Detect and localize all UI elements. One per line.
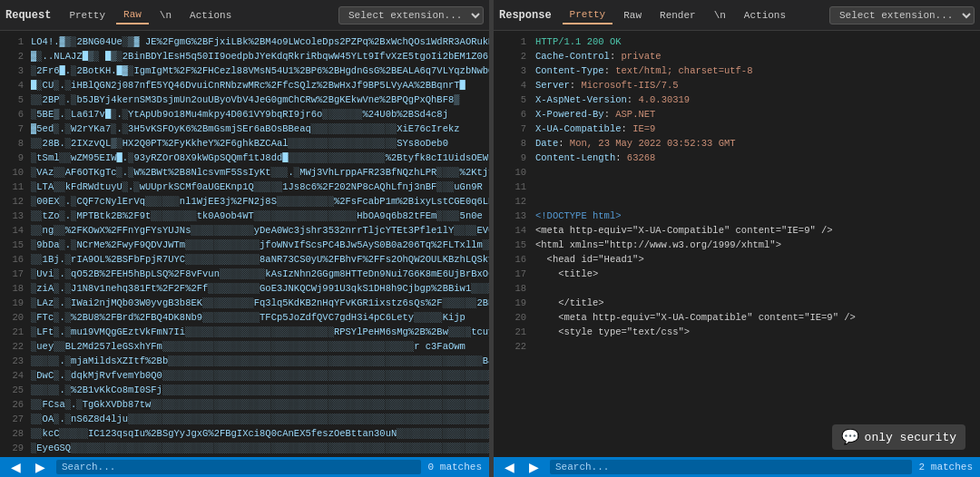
request-line: 14░░ng░░%2FKOwX%2FFnYgFYsYUJNs░░░░░░░░░░… <box>0 223 489 238</box>
line-number: 11 <box>5 180 24 194</box>
request-line: 8░░28B.░2IXzvQL▒░HX2Q0PT%2FyKkheY%2F6ghk… <box>0 136 489 151</box>
request-line: 4█░CU░.░iHBlQGN2j087nfE5YQ46DvuiCnRNbzwM… <box>0 78 489 92</box>
line-number: 8 <box>499 136 526 151</box>
line-content <box>535 339 975 354</box>
line-content: <!DOCTYPE html> <box>535 209 975 223</box>
line-content: ░░1Bj.░rIA9OL%2BSFbFpjR7UYC░░░░░░░░░░░░░… <box>31 252 489 267</box>
line-content: Server: Microsoft-IIS/7.5 <box>535 78 975 92</box>
line-content: ░░kcC░░░░░IC123qsqIu%2BSgYyJgxG%2FBgIXci… <box>31 426 489 441</box>
line-number: 29 <box>5 441 24 455</box>
response-line: 2Cache-Control: private <box>494 49 980 63</box>
line-content: </title> <box>535 296 975 310</box>
request-line: 2▓░..NLAJZ█▒░ █▒░2BinBDYlEsH5q50II9oedpb… <box>0 49 489 63</box>
response-line: 1HTTP/1.1 200 OK <box>494 34 980 49</box>
request-panel: Request Pretty Raw \n Actions Select ext… <box>0 0 490 477</box>
line-number: 10 <box>499 165 526 180</box>
line-number: 15 <box>5 238 24 252</box>
line-content: ░LTA░░kFdRWdtuyU░.░wUUprkSCMf0aUGEKnp1Q░… <box>31 180 484 194</box>
line-content: ░00EX░.░CQF7cNylErVq░░░░░░nl1WjEE3j%2FN2… <box>31 194 489 209</box>
request-line: 29░EyeGSQ░░░░░░░░░░░░░░░░░░░░░░░░░░░░░░░… <box>0 441 489 455</box>
response-line: 7X-UA-Compatible: IE=9 <box>494 122 980 136</box>
response-tab-raw[interactable]: Raw <box>616 7 649 24</box>
request-search-input[interactable] <box>56 460 421 474</box>
response-line: 3Content-Type: text/html; charset=utf-8 <box>494 63 980 78</box>
line-number: 7 <box>499 122 526 136</box>
response-line: 22 <box>494 339 980 354</box>
response-search-input[interactable] <box>550 460 912 474</box>
line-content: ░DwC░.░dqkMjRvfvemYb0Q0░░░░░░░░░░░░░░░░░… <box>31 368 489 383</box>
request-tab-actions[interactable]: Actions <box>182 7 239 24</box>
line-number: 9 <box>5 151 24 165</box>
line-number: 21 <box>499 325 526 339</box>
line-content: X-AspNet-Version: 4.0.30319 <box>535 92 975 107</box>
request-line: 11░LTA░░kFdRWdtuyU░.░wUUprkSCMf0aUGEKnp1… <box>0 180 489 194</box>
line-number: 14 <box>5 223 24 238</box>
response-line: 13<!DOCTYPE html> <box>494 209 980 223</box>
line-number: 23 <box>5 354 24 368</box>
line-content: Content-Type: text/html; charset=utf-8 <box>535 63 975 78</box>
request-tab-raw[interactable]: Raw <box>116 6 149 24</box>
line-content: X-Powered-By: ASP.NET <box>535 107 975 122</box>
line-number: 14 <box>499 223 526 238</box>
request-line: 3░2Fr6█.░2BotKH.█▓░IgmIgMt%2F%2FHCezl88V… <box>0 63 489 78</box>
line-number: 7 <box>5 122 24 136</box>
line-content: <meta http-equiv="X-UA-Compatible" conte… <box>535 310 975 325</box>
line-content: ░VAz░░AF6OTKgTc░.░W%2BWt%2B8NlcsvmF5SsIy… <box>31 165 489 180</box>
line-number: 17 <box>499 267 526 281</box>
request-tab-pretty[interactable]: Pretty <box>62 7 113 24</box>
request-tab-newline[interactable]: \n <box>152 7 179 24</box>
line-content <box>535 194 975 209</box>
request-line: 26░░FCsa░.░TgGkXVDb87tw░░░░░░░░░░░░░░░░░… <box>0 397 489 412</box>
line-number: 15 <box>499 238 526 252</box>
line-content: ▓5ed░.░W2rYKa7░.░3H5vKSFOyK6%2BmGsmjSEr6… <box>31 122 484 136</box>
response-nav-next[interactable]: ▶ <box>525 461 543 473</box>
line-content: ░EyeGSQ░░░░░░░░░░░░░░░░░░░░░░░░░░░░░░░░░… <box>31 441 489 455</box>
response-panel-title: Response <box>499 9 559 22</box>
line-number: 16 <box>499 252 526 267</box>
line-content: <head id="Head1"> <box>535 252 975 267</box>
response-tab-pretty[interactable]: Pretty <box>563 6 613 24</box>
request-line: 24░DwC░.░dqkMjRvfvemYb0Q0░░░░░░░░░░░░░░░… <box>0 368 489 383</box>
line-content: ░░░░░.░%2B1vKkCo8mI0SFj░░░░░░░░░░░░░░░░░… <box>31 383 489 397</box>
response-line: 5X-AspNet-Version: 4.0.30319 <box>494 92 980 107</box>
request-line: 15░9bDa░.░NCrMe%2FwyF9QDVJWTm░░░░░░░░░░░… <box>0 238 489 252</box>
line-number: 13 <box>5 209 24 223</box>
request-extension-select[interactable]: Select extension... <box>338 6 484 24</box>
line-content: ░░OA░.░nS6Z8d4lju░░░░░░░░░░░░░░░░░░░░░░░… <box>31 412 489 426</box>
line-number: 2 <box>5 49 24 63</box>
line-number: 21 <box>5 325 24 339</box>
response-line: 20 <meta http-equiv="X-UA-Compatible" co… <box>494 310 980 325</box>
response-line: 10 <box>494 165 980 180</box>
request-line: 13░░tZo░.░MPTBtk2B%2F9t░░░░░░░░tk0A9ob4W… <box>0 209 489 223</box>
request-bottom-bar: ◀ ▶ 0 matches <box>0 457 489 477</box>
line-number: 6 <box>499 107 526 122</box>
response-line: 15<html xmlns="http://www.w3.org/1999/xh… <box>494 238 980 252</box>
response-tab-actions[interactable]: Actions <box>737 7 793 24</box>
response-extension-select[interactable]: Select extension... <box>829 6 975 24</box>
line-content <box>535 165 975 180</box>
line-number: 17 <box>5 267 24 281</box>
line-number: 20 <box>5 310 24 325</box>
request-line: 17░Uvi░.░qO52B%2FEH5hBpLSQ%2F8vFvun░░░░░… <box>0 267 489 281</box>
line-number: 1 <box>5 34 24 49</box>
line-number: 18 <box>499 281 526 296</box>
response-panel: Response Pretty Raw Render \n Actions Se… <box>494 0 980 477</box>
request-panel-title: Request <box>5 9 58 22</box>
line-number: 16 <box>5 252 24 267</box>
request-line: 27░░OA░.░nS6Z8d4lju░░░░░░░░░░░░░░░░░░░░░… <box>0 412 489 426</box>
response-line: 12 <box>494 194 980 209</box>
request-line: 16░░1Bj.░rIA9OL%2BSFbFpjR7UYC░░░░░░░░░░░… <box>0 252 489 267</box>
response-tab-render[interactable]: Render <box>652 7 703 24</box>
request-nav-next[interactable]: ▶ <box>32 461 49 473</box>
response-toolbar: Response Pretty Raw Render \n Actions Se… <box>494 0 980 31</box>
response-line: 21 <style type="text/css"> <box>494 325 980 339</box>
response-nav-prev[interactable]: ◀ <box>501 461 518 473</box>
request-toolbar: Request Pretty Raw \n Actions Select ext… <box>0 0 489 31</box>
line-number: 8 <box>5 136 24 151</box>
line-number: 9 <box>499 151 526 165</box>
response-tab-newline[interactable]: \n <box>707 7 733 24</box>
line-content: █░CU░.░iHBlQGN2j087nfE5YQ46DvuiCnRNbzwMR… <box>31 78 484 92</box>
line-content: <style type="text/css"> <box>535 325 975 339</box>
request-nav-prev[interactable]: ◀ <box>7 461 24 473</box>
line-content: ░░2BP░.░b5JBYj4kernSM3DsjmUn2ouUByoVbV4J… <box>31 92 484 107</box>
